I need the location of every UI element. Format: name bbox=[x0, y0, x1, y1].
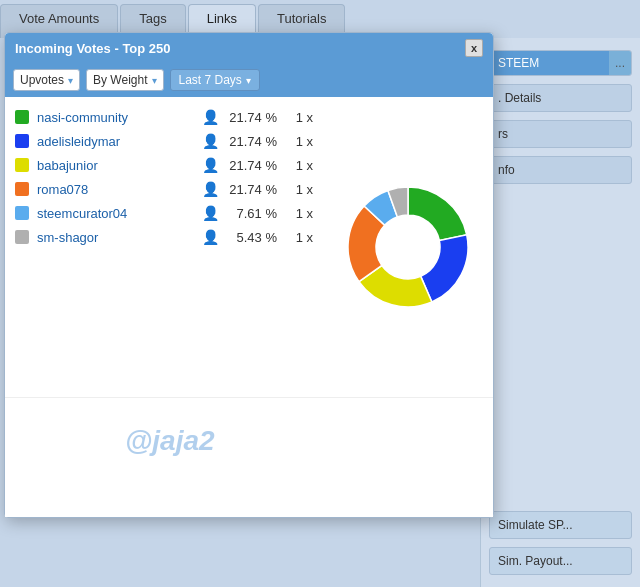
steem-dots-button[interactable]: ... bbox=[609, 51, 631, 75]
type-select[interactable]: Upvotes ▾ bbox=[13, 69, 80, 91]
row-name: adelisleidymar bbox=[37, 134, 194, 149]
range-select-label: Last 7 Days bbox=[179, 73, 242, 87]
row-pct: 21.74 % bbox=[227, 158, 277, 173]
row-count: 1 x bbox=[285, 110, 313, 125]
row-count: 1 x bbox=[285, 158, 313, 173]
modal-controls: Upvotes ▾ By Weight ▾ Last 7 Days ▾ bbox=[5, 63, 493, 97]
table-row[interactable]: adelisleidymar 👤 21.74 % 1 x bbox=[5, 129, 323, 153]
sort-select-arrow: ▾ bbox=[152, 75, 157, 86]
modal-bottom-area bbox=[5, 397, 493, 517]
sort-select-label: By Weight bbox=[93, 73, 147, 87]
type-select-label: Upvotes bbox=[20, 73, 64, 87]
user-icon: 👤 bbox=[202, 133, 219, 149]
color-swatch bbox=[15, 134, 29, 148]
row-pct: 21.74 % bbox=[227, 182, 277, 197]
row-pct: 7.61 % bbox=[227, 206, 277, 221]
votes-table: nasi-community 👤 21.74 % 1 x adelisleidy… bbox=[5, 97, 323, 397]
row-count: 1 x bbox=[285, 134, 313, 149]
row-pct: 21.74 % bbox=[227, 110, 277, 125]
table-row[interactable]: nasi-community 👤 21.74 % 1 x bbox=[5, 105, 323, 129]
range-select-arrow: ▾ bbox=[246, 75, 251, 86]
modal-close-button[interactable]: x bbox=[465, 39, 483, 57]
user-icon: 👤 bbox=[202, 109, 219, 125]
row-name: steemcurator04 bbox=[37, 206, 194, 221]
incoming-votes-modal: Incoming Votes - Top 250 x Upvotes ▾ By … bbox=[4, 32, 494, 518]
color-swatch bbox=[15, 158, 29, 172]
table-row[interactable]: sm-shagor 👤 5.43 % 1 x bbox=[5, 225, 323, 249]
color-swatch bbox=[15, 182, 29, 196]
simulate-payout-button[interactable]: Sim. Payout... bbox=[489, 547, 632, 575]
color-swatch bbox=[15, 110, 29, 124]
modal-title: Incoming Votes - Top 250 bbox=[15, 41, 171, 56]
donut-chart bbox=[338, 177, 478, 317]
row-count: 1 x bbox=[285, 230, 313, 245]
user-icon: 👤 bbox=[202, 205, 219, 221]
modal-content: nasi-community 👤 21.74 % 1 x adelisleidy… bbox=[5, 97, 493, 397]
chart-segment-0 bbox=[408, 187, 467, 240]
user-icon: 👤 bbox=[202, 229, 219, 245]
row-pct: 21.74 % bbox=[227, 134, 277, 149]
sidebar-info: nfo bbox=[489, 156, 632, 184]
modal-titlebar: Incoming Votes - Top 250 x bbox=[5, 33, 493, 63]
row-name: roma078 bbox=[37, 182, 194, 197]
simulate-sp-button[interactable]: Simulate SP... bbox=[489, 511, 632, 539]
steem-label: STEEM bbox=[490, 51, 609, 75]
sidebar-rs: rs bbox=[489, 120, 632, 148]
user-icon: 👤 bbox=[202, 157, 219, 173]
table-row[interactable]: roma078 👤 21.74 % 1 x bbox=[5, 177, 323, 201]
user-icon: 👤 bbox=[202, 181, 219, 197]
right-sidebar: STEEM ... . Details rs nfo Simulate SP..… bbox=[480, 38, 640, 587]
table-row[interactable]: steemcurator04 👤 7.61 % 1 x bbox=[5, 201, 323, 225]
steem-row[interactable]: STEEM ... bbox=[489, 50, 632, 76]
row-pct: 5.43 % bbox=[227, 230, 277, 245]
color-swatch bbox=[15, 206, 29, 220]
color-swatch bbox=[15, 230, 29, 244]
range-select[interactable]: Last 7 Days ▾ bbox=[170, 69, 260, 91]
chart-area bbox=[323, 97, 493, 397]
type-select-arrow: ▾ bbox=[68, 75, 73, 86]
table-row[interactable]: babajunior 👤 21.74 % 1 x bbox=[5, 153, 323, 177]
row-count: 1 x bbox=[285, 206, 313, 221]
row-name: babajunior bbox=[37, 158, 194, 173]
row-count: 1 x bbox=[285, 182, 313, 197]
sort-select[interactable]: By Weight ▾ bbox=[86, 69, 163, 91]
row-name: nasi-community bbox=[37, 110, 194, 125]
sidebar-details: . Details bbox=[489, 84, 632, 112]
row-name: sm-shagor bbox=[37, 230, 194, 245]
